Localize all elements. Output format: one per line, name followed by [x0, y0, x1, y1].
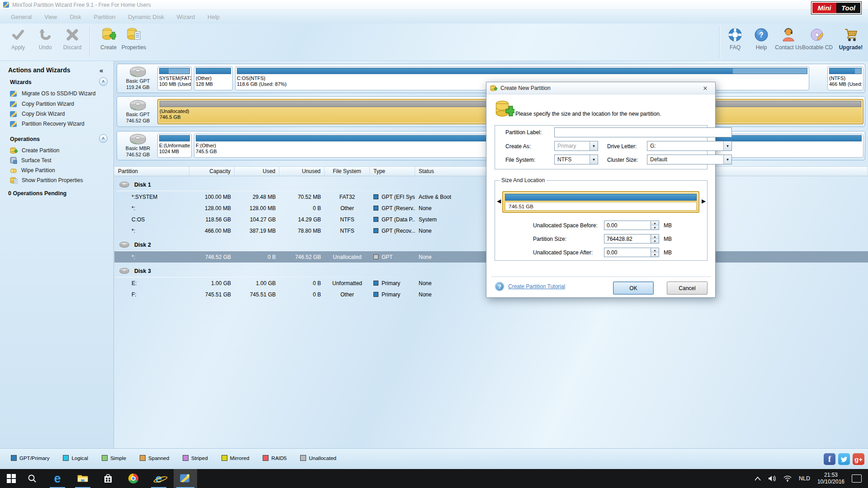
taskbar-minitool-button[interactable]	[174, 469, 197, 488]
taskbar-clock[interactable]: 21:53 10/10/2016	[817, 472, 844, 485]
sidebar-item-migrate-os[interactable]: Migrate OS to SSD/HD Wizard	[10, 89, 112, 98]
slider-right-arrow-icon[interactable]: ▶	[702, 198, 706, 204]
faq-button[interactable]: FAQ	[721, 27, 750, 57]
properties-button[interactable]: Properties	[119, 27, 148, 57]
menu-disk[interactable]: Disk	[63, 10, 87, 23]
usage-bar	[159, 135, 190, 141]
unallocated-before-spinner[interactable]: ▲▼	[651, 221, 659, 230]
menu-dynamic-disk[interactable]: Dynamic Disk	[122, 10, 170, 23]
help-button[interactable]: ? Help	[747, 27, 776, 57]
unallocated-before-input[interactable]	[604, 221, 651, 230]
slider-left-arrow-icon[interactable]: ◀	[497, 198, 501, 204]
type-swatch	[373, 281, 378, 286]
action-center-icon[interactable]	[852, 474, 862, 483]
file-explorer-icon	[77, 474, 88, 483]
cluster-size-dropdown[interactable]: Default ▼	[647, 155, 732, 164]
partition-block-system[interactable]: SYSTEM(FAT32 100 MB (Used:	[157, 66, 192, 90]
taskbar-search-button[interactable]	[22, 469, 42, 488]
create-as-label: Create As:	[505, 143, 531, 150]
chevron-down-icon[interactable]: ▼	[723, 155, 731, 164]
unallocated-after-input[interactable]	[604, 248, 651, 257]
start-button[interactable]	[1, 469, 22, 488]
dialog-close-icon[interactable]: ✕	[699, 85, 712, 92]
sidebar-item-wipe-partition[interactable]: Wipe Partition	[10, 166, 112, 175]
unallocated-after-spinner[interactable]: ▲▼	[651, 248, 659, 257]
dialog-titlebar[interactable]: Create New Partition ✕	[486, 82, 715, 94]
operations-collapse-chevron-icon[interactable]: ˄	[99, 134, 108, 143]
taskbar-edge-button[interactable]: e	[47, 469, 68, 488]
drive-letter-dropdown[interactable]: G: ▼	[647, 141, 732, 151]
partition-size-field	[604, 234, 651, 244]
partition-size-slider[interactable]: 746.51 GB	[502, 191, 699, 213]
sidebar-item-show-partition-properties[interactable]: Show Partition Properties	[10, 176, 112, 185]
sidebar-item-partition-recovery-wizard[interactable]: Partition Recovery Wizard	[10, 119, 112, 128]
facebook-icon[interactable]: f	[824, 453, 835, 465]
volume-icon[interactable]	[768, 475, 776, 482]
apply-button[interactable]: Apply	[4, 27, 33, 57]
googleplus-icon[interactable]: g+	[853, 453, 864, 465]
taskbar-explorer-button[interactable]	[72, 469, 93, 488]
create-as-dropdown[interactable]: Primary ▼	[554, 141, 598, 151]
dialog-message: Please specify the size and the location…	[515, 111, 661, 117]
legend-item: Logical	[63, 455, 88, 461]
taskbar-ie-button[interactable]: e	[148, 469, 169, 488]
sidebar-item-surface-test[interactable]: Surface Test	[10, 156, 112, 165]
legend-item: GPT/Primary	[11, 455, 49, 461]
disk2-info[interactable]: Basic GPT 746.52 GB	[120, 99, 156, 124]
slider-extent-bar[interactable]	[505, 194, 697, 201]
menu-general[interactable]: General	[5, 10, 38, 23]
create-button[interactable]: Create	[94, 27, 123, 57]
discard-button[interactable]: Discard	[58, 27, 87, 57]
col-type[interactable]: Type	[370, 167, 415, 176]
cluster-size-label: Cluster Size:	[607, 157, 638, 163]
language-indicator[interactable]: NLD	[799, 475, 810, 482]
partition-size-input[interactable]	[604, 235, 651, 243]
disk3-info[interactable]: Basic MBR 746.52 GB	[120, 133, 156, 158]
partition-size-label: Partition Size:	[533, 236, 566, 242]
col-partition[interactable]: Partition	[114, 167, 189, 176]
sidebar-collapse-icon[interactable]: «	[99, 66, 103, 74]
contact-us-button[interactable]: Contact Us	[774, 27, 803, 57]
col-file-system[interactable]: File System	[325, 167, 370, 176]
taskbar-chrome-button[interactable]	[123, 469, 144, 488]
partition-block-e[interactable]: E:(Unformatte 1024 MB	[157, 134, 192, 158]
chevron-down-icon[interactable]: ▼	[590, 141, 598, 150]
wifi-icon[interactable]	[783, 476, 792, 482]
wizards-collapse-chevron-icon[interactable]: ˄	[99, 77, 108, 86]
menu-help[interactable]: Help	[201, 10, 226, 23]
menu-wizard[interactable]: Wizard	[170, 10, 201, 23]
create-partition-tutorial-link[interactable]: Create Partition Tutorial	[508, 283, 565, 290]
window-title: MiniTool Partition Wizard Free 9.1 - Fre…	[12, 2, 151, 8]
bootable-cd-button[interactable]: Bootable CD	[801, 27, 834, 57]
apply-check-icon	[10, 27, 26, 42]
ok-button[interactable]: OK	[613, 282, 654, 295]
taskbar-store-button[interactable]	[98, 469, 118, 488]
sidebar-item-copy-partition-wizard[interactable]: Copy Partition Wizard	[10, 99, 112, 108]
partition-block-other[interactable]: (Other) 128 MB	[194, 66, 233, 90]
chevron-down-icon[interactable]: ▼	[723, 141, 731, 150]
drive-letter-label: Drive Letter:	[607, 143, 637, 150]
twitter-icon[interactable]	[838, 453, 850, 465]
partition-label-input[interactable]	[555, 128, 731, 137]
sidebar-item-create-partition[interactable]: Create Partition	[10, 146, 112, 155]
menu-partition[interactable]: Partition	[87, 10, 122, 23]
upgrade-button[interactable]: Upgrade!	[835, 27, 866, 57]
sidebar-item-copy-disk-wizard[interactable]: Copy Disk Wizard	[10, 109, 112, 118]
legend-swatch	[140, 455, 146, 461]
partition-size-spinner[interactable]: ▲▼	[651, 234, 659, 244]
col-used[interactable]: Used	[235, 167, 279, 176]
legend: GPT/Primary Logical Simple Spanned Strip…	[11, 455, 336, 461]
type-swatch	[373, 292, 378, 297]
col-capacity[interactable]: Capacity	[189, 167, 235, 176]
tray-chevron-up-icon[interactable]	[755, 477, 761, 481]
undo-button[interactable]: Undo	[31, 27, 60, 57]
partition-block-recovery[interactable]: (NTFS) 466 MB (Used:	[827, 66, 863, 90]
col-unused[interactable]: Unused	[279, 167, 325, 176]
cancel-button[interactable]: Cancel	[667, 282, 708, 295]
unallocated-after-field	[604, 248, 651, 257]
chevron-down-icon[interactable]: ▼	[590, 155, 598, 164]
legend-swatch	[263, 455, 269, 461]
disk1-info[interactable]: Basic GPT 119.24 GB	[120, 66, 156, 90]
menu-view[interactable]: View	[38, 10, 63, 23]
file-system-dropdown[interactable]: NTFS ▼	[554, 155, 598, 164]
